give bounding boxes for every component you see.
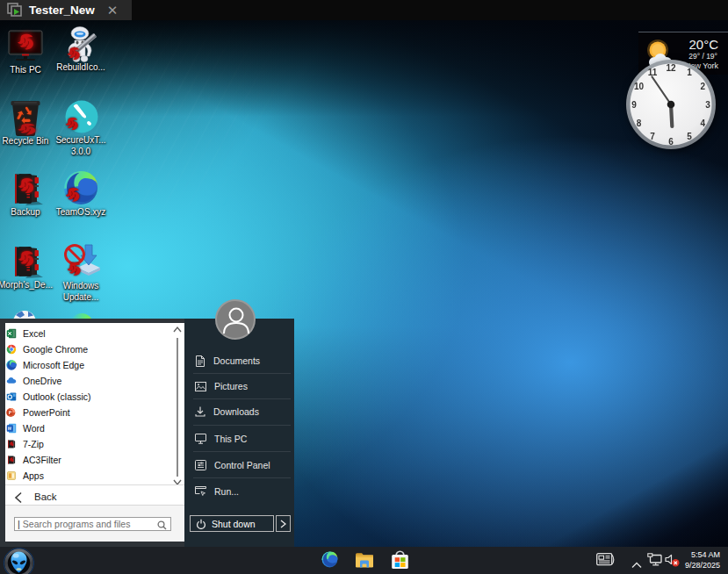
svg-text:6: 6: [668, 137, 674, 147]
svg-text:7: 7: [650, 132, 655, 141]
svg-text:3: 3: [705, 100, 710, 110]
svg-text:9: 9: [631, 100, 637, 110]
svg-text:10: 10: [634, 82, 645, 91]
svg-text:4: 4: [701, 118, 706, 128]
svg-text:8: 8: [637, 118, 642, 128]
svg-text:12: 12: [666, 63, 676, 73]
svg-text:11: 11: [648, 68, 658, 77]
svg-text:2: 2: [701, 82, 706, 91]
svg-text:1: 1: [687, 68, 692, 77]
svg-text:5: 5: [687, 132, 692, 141]
